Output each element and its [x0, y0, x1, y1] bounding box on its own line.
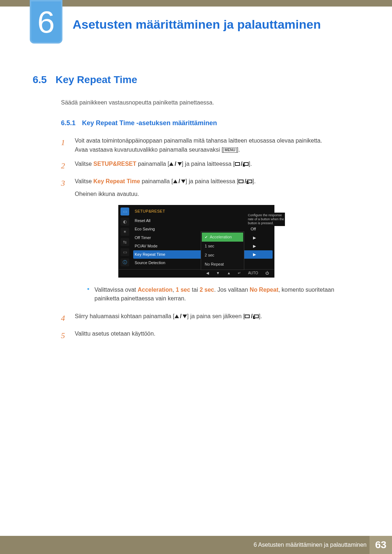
up-arrow-icon: [173, 180, 177, 183]
source-icon: [244, 162, 249, 166]
t: ] ja paina laitteessa [: [185, 178, 238, 184]
step1-line2b: ].: [237, 147, 240, 153]
t: Valitse: [75, 161, 93, 167]
step-5: 5 Valittu asetus otetaan käyttöön.: [61, 329, 359, 342]
step-body: Valittu asetus otetaan käyttöön.: [75, 329, 359, 342]
up-arrow-icon: [175, 315, 179, 318]
source-icon: [254, 315, 259, 318]
section-title: Key Repeat Time: [56, 72, 137, 87]
step1-line1: Voit avata toimintonäppäinoppaan painama…: [75, 138, 322, 144]
step-body: Valitse Key Repeat Time painamalla [/] j…: [75, 177, 359, 307]
osd-footer: ◀ ▼ ▲ ↵ AUTO ⏻: [119, 269, 274, 277]
chapter-header: 6 Asetusten määrittäminen ja palauttamin…: [0, 7, 392, 50]
slash: /: [173, 161, 177, 167]
osd-side-icon: ✶: [121, 228, 129, 236]
t: ].: [252, 178, 256, 184]
source-icon: [247, 180, 252, 183]
osd-footer-enter-icon: ↵: [238, 270, 241, 276]
osd-footer-up-icon: ▲: [227, 270, 230, 276]
chapter-number: 6: [37, 6, 55, 37]
footer-chapter-label: 6 Asetusten määrittäminen ja palauttamin…: [254, 542, 369, 548]
osd-main-panel: SETUP&RESET Reset All Eco SavingOff Off …: [131, 205, 274, 269]
subsection-number: 6.5.1: [61, 118, 75, 128]
subsection-title: Key Repeat Time -asetuksen määrittäminen: [82, 118, 217, 128]
key-repeat-label: Key Repeat Time: [93, 178, 140, 184]
step-number: 3: [61, 177, 68, 307]
step-body: Siirry haluamaasi kohtaan painamalla [/]…: [75, 312, 359, 324]
osd-footer-left-icon: ◀: [206, 270, 209, 276]
t: ] ja paina laitteessa [: [182, 161, 235, 167]
slash: /: [179, 313, 183, 319]
osd-footer-auto: AUTO: [248, 270, 258, 276]
step-3: 3 Valitse Key Repeat Time painamalla [/]…: [61, 177, 359, 307]
em-acceleration: Acceleration: [138, 287, 172, 293]
osd-side-icon: ▭: [121, 248, 129, 256]
rect-icon: [235, 162, 240, 166]
osd-window: ▭ ◐ ✶ ⇆ ▭ ⓘ SETUP&RESET Reset All: [118, 205, 274, 277]
rect-icon: [238, 180, 244, 183]
osd-popup-accel: Acceleration: [202, 233, 243, 242]
bullet-dot-icon: •: [87, 286, 89, 304]
step-body: Valitse SETUP&RESET painamalla [/] ja pa…: [75, 160, 359, 172]
em-2sec: 2 sec: [200, 287, 214, 293]
osd-sidebar: ▭ ◐ ✶ ⇆ ▭ ⓘ: [119, 205, 131, 269]
osd-hint-text: Configure the response rate of a button …: [247, 213, 285, 226]
osd-screenshot: ▭ ◐ ✶ ⇆ ▭ ⓘ SETUP&RESET Reset All: [118, 205, 359, 277]
osd-popup-2sec: 2 sec: [202, 251, 243, 260]
up-arrow-icon: [169, 162, 173, 166]
step-body: Voit avata toimintonäppäinoppaan painama…: [75, 136, 359, 155]
osd-side-icon: ⇆: [121, 238, 129, 246]
osd-footer-down-icon: ▼: [216, 270, 220, 276]
step-number: 4: [61, 312, 68, 324]
section-lead: Säädä painikkeen vastausnopeutta painike…: [33, 98, 359, 107]
t: painamalla [: [136, 161, 170, 167]
section-heading: 6.5 Key Repeat Time: [33, 72, 359, 87]
down-arrow-icon: [181, 180, 185, 183]
page-footer: 6 Asetusten määrittäminen ja palauttamin…: [0, 536, 392, 554]
menu-glyph: MENU: [223, 148, 237, 153]
step3-bullet: • Valittavissa ovat Acceleration, 1 sec …: [75, 286, 359, 304]
osd-popup: Acceleration 1 sec 2 sec No Repeat: [201, 231, 244, 270]
step-number: 1: [61, 136, 68, 155]
bullet-text: Valittavissa ovat Acceleration, 1 sec ta…: [94, 286, 359, 304]
step-1: 1 Voit avata toimintonäppäinoppaan paina…: [61, 136, 359, 155]
osd-side-icon-display: ▭: [121, 208, 129, 216]
step-number: 2: [61, 160, 68, 172]
step-number: 5: [61, 329, 68, 342]
section-number: 6.5: [33, 72, 47, 87]
chapter-number-badge: 6: [30, 0, 62, 44]
down-arrow-icon: [183, 315, 187, 318]
step1-line2a: Avaa vastaava kuvaruutuvalikko painamall…: [75, 147, 223, 153]
em-norepeat: No Repeat: [250, 287, 278, 293]
em-1sec: 1 sec: [176, 287, 190, 293]
down-arrow-icon: [177, 162, 182, 166]
steps-list: 1 Voit avata toimintonäppäinoppaan paina…: [33, 136, 359, 342]
osd-popup-1sec: 1 sec: [202, 242, 243, 251]
osd-side-icon: ◐: [121, 218, 129, 226]
osd-footer-power-icon: ⏻: [265, 270, 269, 276]
subsection-heading: 6.5.1 Key Repeat Time -asetuksen määritt…: [33, 118, 359, 128]
footer-page-number: 63: [369, 536, 392, 554]
t: painamalla [: [140, 178, 173, 184]
slash: /: [177, 178, 181, 184]
content-area: 6.5 Key Repeat Time Säädä painikkeen vas…: [0, 50, 392, 342]
osd-side-icon: ⓘ: [121, 258, 129, 266]
osd-popup-norepeat: No Repeat: [202, 260, 243, 269]
rect-icon: [245, 315, 250, 318]
t: ].: [249, 161, 252, 167]
step3-follow: Oheinen ikkuna avautuu.: [75, 190, 359, 199]
chapter-title: Asetusten määrittäminen ja palauttaminen: [73, 7, 392, 32]
setup-reset-label: SETUP&RESET: [93, 161, 136, 167]
t: Valitse: [75, 178, 93, 184]
step-4: 4 Siirry haluamaasi kohtaan painamalla […: [61, 312, 359, 324]
step-2: 2 Valitse SETUP&RESET painamalla [/] ja …: [61, 160, 359, 172]
